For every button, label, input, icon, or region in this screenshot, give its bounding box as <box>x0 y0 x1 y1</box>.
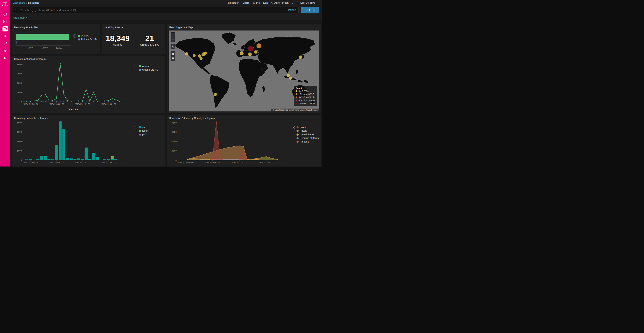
heart-pulse-icon <box>3 49 7 53</box>
panel-title: Heralding Attacks Bar <box>12 24 100 29</box>
world-attack-map[interactable]: + − <box>169 31 319 111</box>
map-attack-dot <box>286 74 290 77</box>
map-attack-dot <box>240 52 244 56</box>
map-legend-item: 2,729.4 – 5,455.8 <box>296 93 315 95</box>
svg-text:8,000: 8,000 <box>172 122 176 124</box>
legend-item[interactable]: Unique Src IPs <box>139 69 158 71</box>
panel-heralding-attacks-histogram: Heralding Attacks Histogram 02,0004,0006… <box>12 56 165 113</box>
map-attack-dot <box>248 46 254 52</box>
legend-item[interactable]: Attacks <box>139 65 158 68</box>
map-attack-dot <box>214 93 217 96</box>
legend-label: Romania <box>300 140 309 143</box>
sidebar-item-health[interactable] <box>2 48 8 53</box>
top-navigation-bar: Dashboard / Heralding Full screen Share … <box>10 0 322 6</box>
refresh-button[interactable]: Refresh <box>301 7 319 14</box>
plus-icon: + <box>26 16 27 19</box>
map-legend-color-dot <box>296 100 297 101</box>
sidebar-item-dashboards-active[interactable] <box>2 26 8 32</box>
target-icon <box>3 27 7 31</box>
legend-label: telnet <box>142 130 148 132</box>
sidebar-item-settings[interactable] <box>2 55 8 61</box>
x-axis-title: Timestamp <box>14 166 133 167</box>
attacks-bar-chart[interactable]: 5,00010,00015,000 <box>14 33 71 51</box>
map-fit-data-button[interactable] <box>171 44 175 49</box>
legend-item[interactable]: Romania <box>296 140 319 143</box>
spider-icon <box>3 34 7 38</box>
full-screen-button[interactable]: Full screen <box>226 1 239 4</box>
query-options-link[interactable]: Options <box>287 9 296 12</box>
legend-color-dot <box>296 126 298 128</box>
legend-item[interactable]: telnet <box>139 130 148 132</box>
svg-text:2018-11-11 01:00: 2018-11-11 01:00 <box>74 103 90 105</box>
share-button[interactable]: Share <box>243 1 250 4</box>
add-filter-label: Add a filter <box>13 16 25 19</box>
legend-toggle-icon[interactable]: › <box>73 34 76 38</box>
telekom-logo[interactable]: T <box>2 2 8 7</box>
legend-item[interactable]: vnc <box>139 126 148 129</box>
elastic-maps-service-link[interactable]: Elastic Maps Service <box>300 109 318 111</box>
metric-attacks: 18,349 Attacks <box>106 34 130 46</box>
svg-text:4,000: 4,000 <box>17 82 22 84</box>
svg-text:4,000: 4,000 <box>17 140 22 143</box>
legend-item[interactable]: Republic of Korea <box>296 137 319 139</box>
map-legend-item: 3 – 2,729.4 <box>296 90 315 92</box>
svg-text:2018-11-11 01:00: 2018-11-11 01:00 <box>232 161 247 164</box>
panel-heralding-attacks-metric: Heralding Attacks 18,349 Attacks 21 Uniq… <box>102 24 165 54</box>
legend-label: Unique Src IPs <box>81 38 97 41</box>
rectangle-icon <box>172 57 174 60</box>
breadcrumb-separator: / <box>26 1 27 4</box>
legend-color-dot <box>139 69 141 71</box>
map-zoom-out-button[interactable]: − <box>171 37 175 42</box>
panel-title: Heralding Attacks Histogram <box>12 56 165 61</box>
auto-refresh-button[interactable]: ↻ Auto-refresh <box>271 1 289 4</box>
edit-button[interactable]: Edit <box>263 1 268 4</box>
sidebar: T <box>0 0 10 167</box>
panel-title: Heralding Protocols Histogram <box>12 115 165 120</box>
clone-button[interactable]: Clone <box>253 1 260 4</box>
breadcrumb-dashboard-link[interactable]: Dashboard <box>12 1 25 4</box>
map-zoom-in-button[interactable]: + <box>171 33 175 37</box>
metric-unique-src-ips: 21 Unique Src IPs <box>138 34 161 46</box>
sidebar-item-gauge[interactable] <box>2 12 8 17</box>
legend-item[interactable]: pop3 <box>139 133 148 136</box>
country-area-chart[interactable]: 02,0004,0006,0008,0002018-10-28 02:00201… <box>169 121 291 166</box>
legend-item[interactable]: Unique Src IPs <box>78 38 97 41</box>
terminal-prompt-icon: >_ <box>15 9 18 12</box>
legend-item[interactable]: United States <box>296 133 319 136</box>
protocols-bar-chart[interactable]: 02,0004,0006,0008,0002018-10-28 02:00201… <box>14 121 133 166</box>
sidebar-item-spiderfoot[interactable] <box>2 33 8 39</box>
svg-text:2018-11-18 01:00: 2018-11-18 01:00 <box>258 161 274 164</box>
svg-text:0: 0 <box>20 101 22 103</box>
search-input[interactable] <box>13 7 298 14</box>
legend-item[interactable]: Attacks <box>78 34 97 37</box>
wrench-icon <box>3 41 7 46</box>
svg-text:2018-11-04 01:00: 2018-11-04 01:00 <box>48 103 64 105</box>
map-draw-rectangle-button[interactable] <box>171 56 175 61</box>
legend-color-dot <box>139 65 141 67</box>
metric-group: 18,349 Attacks 21 Unique Src IPs <box>102 34 165 46</box>
map-attack-dot <box>298 56 302 59</box>
svg-text:10,000: 10,000 <box>42 47 48 49</box>
attacks-line-chart[interactable]: 02,0004,0006,0008,0002018-10-28 02:00201… <box>14 63 133 108</box>
time-range-button[interactable]: Last 30 days <box>297 1 315 4</box>
time-back-button[interactable]: ‹ <box>292 1 293 5</box>
legend-label: Republic of Korea <box>300 137 319 139</box>
legend-toggle-icon[interactable]: › <box>134 65 138 68</box>
copyright-text: © <box>273 109 275 111</box>
legend-color-dot <box>78 35 80 37</box>
panel-heralding-attacks-by-country: Heralding - Attacks by Country Histogram… <box>167 115 321 167</box>
legend-item[interactable]: Russia <box>296 130 319 132</box>
openstreetmap-link[interactable]: OpenStreetMap <box>275 109 288 111</box>
map-attack-dot <box>248 52 252 56</box>
legend-toggle-icon[interactable]: › <box>292 126 295 129</box>
legend-toggle-icon[interactable]: › <box>134 126 138 129</box>
add-filter-link[interactable]: Add a filter+ <box>13 16 27 19</box>
breadcrumb: Dashboard / Heralding <box>12 1 39 4</box>
time-forward-button[interactable]: › <box>318 1 320 5</box>
map-draw-polygon-button[interactable] <box>171 51 175 56</box>
legend-item[interactable]: Poland <box>296 126 319 129</box>
sidebar-item-tools[interactable] <box>2 41 8 46</box>
sidebar-item-charts[interactable] <box>2 19 8 24</box>
legend-label: pop3 <box>142 133 148 136</box>
map-legend-item: 5,455.8 – 8,182.2 <box>296 96 315 98</box>
